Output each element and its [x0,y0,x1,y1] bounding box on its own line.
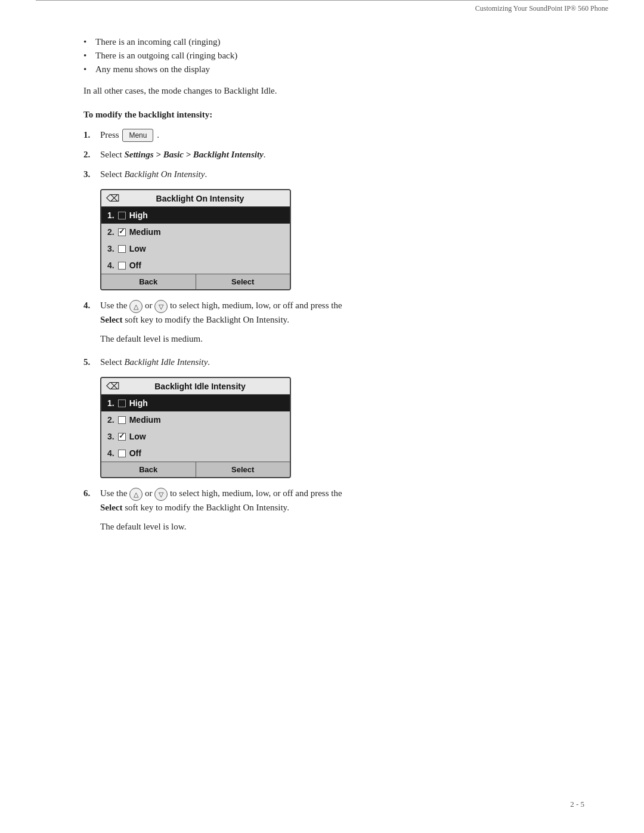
screen-backlight-idle: ⌫ Backlight Idle Intensity 1. High 2. Me… [100,377,291,478]
step-4-number: 4. [83,299,100,326]
select-button-on[interactable]: Select [196,274,290,289]
screen-item-medium-idle: 2. Medium [101,411,290,428]
screen-item-medium-on: 2. Medium [101,224,290,240]
back-button-on[interactable]: Back [101,274,196,289]
note-2: The default level is low. [100,520,578,534]
item-num-1: 1. [107,210,114,220]
step-3-content: Select Backlight On Intensity. [100,168,578,181]
checkbox-high-on [118,212,126,219]
item-label-low-on: Low [129,244,146,253]
screen-title-on: Backlight On Intensity [125,194,275,203]
item-label-high-on: High [129,210,148,220]
up-arrow-4: △ [129,300,143,313]
bullet-item-3: Any menu shows on the display [83,64,578,75]
step-6-number: 6. [83,487,100,514]
step-2: 2. Select Settings > Basic > Backlight I… [83,148,578,162]
checkbox-low-idle [118,433,126,441]
screen-header-idle: ⌫ Backlight Idle Intensity [101,378,290,395]
header-rule [36,0,608,4]
screen-body-on: 1. High 2. Medium 3. Low 4. Off [101,207,290,274]
screen-body-idle: 1. High 2. Medium 3. Low 4. Off [101,395,290,462]
phone-icon: ⌫ [106,193,120,204]
bullet-list: There is an incoming call (ringing) Ther… [83,37,578,75]
step-1-content: Press Menu . [100,128,578,143]
bullet-item-1: There is an incoming call (ringing) [83,37,578,47]
nav-arrows-down-6: ▽ [154,488,168,501]
item-label-medium-idle: Medium [129,415,161,425]
item-label-off-idle: Off [129,448,141,458]
step-4: 4. Use the △ or ▽ to select high, medium… [83,299,578,326]
select-bold-4: Select [100,315,122,324]
step-2-content: Select Settings > Basic > Backlight Inte… [100,148,578,162]
step-3: 3. Select Backlight On Intensity. [83,168,578,181]
back-button-idle[interactable]: Back [101,462,196,477]
bullet-item-2: There is an outgoing call (ringing back) [83,51,578,61]
note-1: The default level is medium. [100,332,578,346]
step-5: 5. Select Backlight Idle Intensity. [83,355,578,369]
item-num-3: 3. [107,244,114,253]
screen-item-low-on: 3. Low [101,240,290,257]
page-content: There is an incoming call (ringing) Ther… [83,37,578,534]
checkbox-medium-idle [118,416,126,424]
screen-item-off-idle: 4. Off [101,445,290,462]
down-arrow-6: ▽ [154,488,168,501]
menu-button-label: Menu [122,129,153,142]
item-label-high-idle: High [129,398,148,408]
screen-item-off-on: 4. Off [101,257,290,274]
item-num-4: 4. [107,261,114,270]
up-arrow-6: △ [129,488,143,501]
nav-arrows-up-6: △ [129,488,143,501]
step-6-content: Use the △ or ▽ to select high, medium, l… [100,487,578,514]
item-num-idle-3: 3. [107,432,114,441]
step-5-number: 5. [83,355,100,369]
page-number: 2 - 5 [570,800,584,809]
step-2-number: 2. [83,148,100,162]
phone-icon-2: ⌫ [106,380,120,392]
intro-paragraph: In all other cases, the mode changes to … [83,84,578,98]
item-num-idle-2: 2. [107,415,114,425]
item-label-low-idle: Low [129,432,146,441]
item-label-off-on: Off [129,261,141,270]
checkbox-off-idle [118,450,126,457]
screen-item-low-idle: 3. Low [101,428,290,445]
header-title: Customizing Your SoundPoint IP® 560 Phon… [0,4,608,19]
item-num-idle-4: 4. [107,448,114,458]
checkbox-low-on [118,245,126,253]
screen-footer-idle: Back Select [101,462,290,477]
checkbox-medium-on [118,228,126,236]
step-4-content: Use the △ or ▽ to select high, medium, l… [100,299,578,326]
screen-item-high-idle: 1. High [101,395,290,411]
step-6: 6. Use the △ or ▽ to select high, medium… [83,487,578,514]
step-5-content: Select Backlight Idle Intensity. [100,355,578,369]
step-1-number: 1. [83,128,100,143]
screen-footer-on: Back Select [101,274,290,289]
screen-backlight-on: ⌫ Backlight On Intensity 1. High 2. Medi… [100,189,291,290]
step-3-number: 3. [83,168,100,181]
select-bold-6: Select [100,503,122,512]
down-arrow-4: ▽ [154,300,168,313]
screen-header-on: ⌫ Backlight On Intensity [101,190,290,207]
select-button-idle[interactable]: Select [196,462,290,477]
nav-arrows-up-4: △ [129,300,143,313]
screen-title-idle: Backlight Idle Intensity [125,382,275,391]
section-heading: To modify the backlight intensity: [83,110,578,120]
screen-item-high-on: 1. High [101,207,290,224]
checkbox-high-idle [118,400,126,407]
nav-arrows-down-4: ▽ [154,300,168,313]
checkbox-off-on [118,262,126,270]
item-num-2: 2. [107,227,114,237]
item-num-idle-1: 1. [107,398,114,408]
step-1: 1. Press Menu . [83,128,578,143]
item-label-medium-on: Medium [129,227,161,237]
